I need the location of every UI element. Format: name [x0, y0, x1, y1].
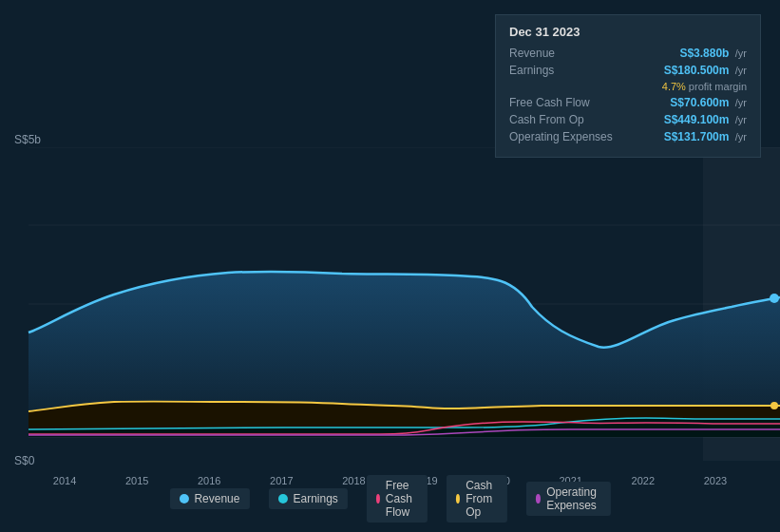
tooltip-cashop-label: Cash From Op — [509, 113, 614, 126]
svg-point-6 — [770, 294, 779, 303]
fcf-dot — [376, 494, 380, 504]
tooltip-revenue-value: S$3.880b — [679, 47, 729, 60]
tooltip-fcf-value: S$70.600m — [670, 96, 729, 109]
y-axis-top-label: S$5b — [14, 133, 41, 146]
chart-legend: Revenue Earnings Free Cash Flow Cash Fro… — [169, 475, 610, 522]
tooltip-fcf-row: Free Cash Flow S$70.600m /yr — [509, 96, 747, 109]
tooltip-cashop-value: S$449.100m — [664, 113, 730, 126]
legend-opex[interactable]: Operating Expenses — [526, 482, 611, 516]
tooltip-earnings-label: Earnings — [509, 64, 614, 77]
legend-revenue-label: Revenue — [194, 492, 239, 505]
tooltip-cashop-unit: /yr — [735, 114, 747, 125]
tooltip-opex-unit: /yr — [735, 131, 747, 142]
tooltip-date: Dec 31 2023 — [509, 25, 747, 39]
legend-opex-label: Operating Expenses — [546, 485, 600, 512]
chart-svg — [0, 147, 780, 461]
legend-fcf-label: Free Cash Flow — [386, 479, 418, 519]
x-label-2022: 2022 — [632, 475, 655, 486]
legend-cashop-label: Cash From Op — [466, 479, 498, 519]
data-tooltip: Dec 31 2023 Revenue S$3.880b /yr Earning… — [495, 14, 761, 158]
tooltip-opex-label: Operating Expenses — [509, 130, 614, 143]
earnings-dot — [277, 494, 287, 504]
x-label-2023: 2023 — [704, 475, 727, 486]
revenue-dot — [179, 494, 188, 504]
tooltip-earnings-value: S$180.500m — [664, 64, 730, 77]
tooltip-cashop-row: Cash From Op S$449.100m /yr — [509, 113, 747, 126]
tooltip-revenue-unit: /yr — [735, 48, 747, 59]
profit-margin-row: 4.7% profit margin — [509, 81, 747, 92]
cashop-dot — [456, 494, 460, 504]
legend-earnings[interactable]: Earnings — [268, 488, 347, 509]
legend-fcf[interactable]: Free Cash Flow — [367, 475, 428, 522]
legend-cashop[interactable]: Cash From Op — [447, 475, 507, 522]
tooltip-opex-row: Operating Expenses S$131.700m /yr — [509, 130, 747, 143]
legend-earnings-label: Earnings — [293, 492, 337, 505]
tooltip-earnings-unit: /yr — [735, 65, 747, 76]
svg-point-7 — [770, 402, 778, 409]
tooltip-fcf-label: Free Cash Flow — [509, 96, 614, 109]
opex-dot — [536, 494, 541, 504]
tooltip-opex-value: S$131.700m — [664, 130, 730, 143]
x-label-2014: 2014 — [53, 475, 76, 486]
profit-margin-value: 4.7% — [662, 81, 686, 92]
legend-revenue[interactable]: Revenue — [169, 488, 249, 509]
tooltip-fcf-unit: /yr — [735, 97, 747, 108]
profit-margin-label: profit margin — [689, 81, 747, 92]
tooltip-earnings-row: Earnings S$180.500m /yr — [509, 64, 747, 77]
tooltip-revenue-label: Revenue — [509, 47, 614, 60]
tooltip-revenue-row: Revenue S$3.880b /yr — [509, 47, 747, 60]
x-label-2015: 2015 — [125, 475, 148, 486]
